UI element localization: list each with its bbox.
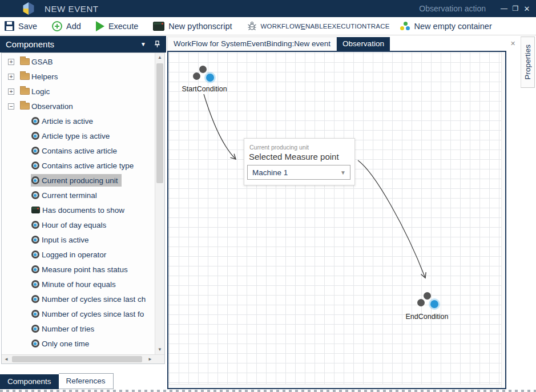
close-icon[interactable]: ✕ [521, 5, 533, 13]
eye-icon [31, 147, 39, 155]
tab-observation[interactable]: Observation [337, 37, 390, 51]
folder-icon [20, 103, 30, 110]
folder-icon [20, 58, 30, 65]
tree-folder-label: Logic [31, 87, 50, 96]
expand-icon[interactable]: + [8, 74, 14, 80]
new-empty-container-button[interactable]: New empty container [400, 22, 492, 31]
eye-icon [31, 265, 39, 273]
expand-icon[interactable]: + [8, 88, 14, 95]
tab-references[interactable]: References [59, 373, 114, 389]
tree-folder-helpers[interactable]: +Helpers [2, 69, 155, 84]
eye-icon [31, 295, 39, 303]
new-empty-container-label: New empty container [414, 22, 492, 31]
tree-item-minute-of-hour-equals[interactable]: Minute of hour equals [2, 277, 155, 292]
window-title: NEW EVENT [45, 4, 99, 14]
scroll-up-icon[interactable]: ▲ [155, 53, 164, 62]
document-close-icon[interactable]: ✕ [510, 40, 515, 47]
tree-item-article-is-active[interactable]: Article is active [2, 114, 155, 128]
eye-icon [31, 191, 39, 199]
eye-icon [31, 310, 39, 318]
minimize-icon[interactable]: — [498, 5, 510, 13]
pin-icon[interactable] [154, 41, 160, 48]
node-endcondition[interactable]: EndCondition [393, 289, 461, 323]
tree-item-article-type-is-active[interactable]: Article type is active [2, 128, 155, 143]
tree-item-label: Contains active article type [42, 161, 134, 170]
save-label: Save [18, 22, 37, 31]
vertical-scrollbar[interactable]: ▲ ▼ [155, 53, 164, 354]
current-producing-unit-popup: Current producing unit Selected Measure … [244, 138, 355, 185]
scroll-down-icon[interactable]: ▼ [155, 345, 164, 354]
tree-item-label: Only one time [42, 340, 89, 348]
tree-item-label: Hour of day equals [42, 221, 106, 229]
workflow-trace-button[interactable]: WORKFLOWENABLEEXECUTIONTRACE [247, 21, 390, 31]
edge-popup-to-end[interactable] [358, 160, 425, 278]
eye-icon [31, 340, 39, 347]
popup-field-label: Selected Measure point [249, 152, 339, 161]
tree-item-measure-point-has-status[interactable]: Measure point has status [2, 262, 155, 277]
tree-item-label: Measure point has status [42, 265, 128, 274]
tab-components[interactable]: Components [0, 374, 59, 389]
vertical-scrollbar-thumb[interactable] [156, 63, 163, 183]
folder-icon [20, 88, 30, 95]
tree-folder-logic[interactable]: +Logic [2, 84, 155, 99]
canvas-hscroll-area[interactable] [168, 384, 501, 388]
tree-item-number-of-cycles-since-last-ch[interactable]: Number of cycles since last ch [2, 292, 155, 306]
canvas-vscroll-area[interactable] [501, 52, 505, 388]
workflow-edges [168, 52, 501, 384]
node-label: EndCondition [393, 313, 461, 321]
expand-icon[interactable]: + [8, 59, 14, 65]
eye-icon [31, 221, 39, 229]
tree-item-hour-of-day-equals[interactable]: Hour of day equals [2, 217, 155, 232]
window-resize-edge [0, 390, 536, 392]
tree-item-label: Article is active [42, 117, 93, 126]
tree-folder-observation[interactable]: −Observation [2, 99, 155, 114]
folder-icon [20, 73, 30, 80]
tree-item-current-producing-unit[interactable]: Current producing unit [2, 173, 155, 188]
tree-item-only-one-time[interactable]: Only one time [2, 336, 155, 351]
tree-folder-label: Helpers [31, 72, 58, 81]
maximize-icon[interactable]: ❐ [510, 5, 521, 13]
horizontal-scrollbar[interactable]: ◄ ► [2, 354, 164, 363]
edge-start-to-popup[interactable] [204, 94, 236, 159]
dropdown-caret-icon: ▼ [340, 169, 346, 176]
eye-icon [31, 176, 39, 184]
tree-item-number-of-cycles-since-last-fo[interactable]: Number of cycles since last fo [2, 306, 155, 321]
execute-button[interactable]: Execute [96, 21, 138, 31]
tree-item-number-of-tries[interactable]: Number of tries [2, 321, 155, 336]
eye-icon [31, 250, 39, 258]
save-button[interactable]: Save [5, 21, 37, 31]
chevron-down-icon[interactable]: ▼ [140, 41, 146, 47]
eye-icon [31, 132, 39, 140]
workflow-canvas[interactable]: StartCondition Current producing unit Se… [167, 51, 506, 389]
node-dot-icon [417, 299, 425, 306]
canvas-grid[interactable]: StartCondition Current producing unit Se… [168, 52, 501, 384]
console-icon [153, 22, 164, 31]
scroll-left-icon[interactable]: ◄ [2, 355, 11, 363]
new-pythonscript-button[interactable]: New pythonscript [153, 22, 232, 31]
tree-item-label: Number of tries [42, 325, 94, 333]
tree-item-contains-active-article-type[interactable]: Contains active article type [2, 158, 155, 173]
tree-item-label: Current producing unit [42, 176, 118, 185]
horizontal-scrollbar-thumb[interactable] [12, 356, 142, 362]
collapse-icon[interactable]: − [8, 103, 14, 110]
tab-workflow[interactable]: WorkFlow for SystemEventBinding:New even… [167, 37, 337, 51]
tree-item-label: Number of cycles since last ch [42, 295, 146, 304]
script-icon [31, 207, 40, 213]
tree-item-has-documents-to-show[interactable]: Has documents to show [2, 203, 155, 217]
tree-item-current-terminal[interactable]: Current terminal [2, 188, 155, 203]
tree-folder-gsab[interactable]: +GSAB [2, 54, 155, 69]
tree-item-label: Logged in operator [42, 250, 106, 259]
tree-item-label: Current terminal [42, 191, 97, 200]
tree-folder-label: GSAB [31, 58, 53, 66]
tree-item-logged-in-operator[interactable]: Logged in operator [2, 247, 155, 262]
context-label: Observation action [419, 4, 486, 13]
add-button[interactable]: Add [52, 21, 81, 31]
container-dots-icon [400, 22, 410, 31]
tab-properties[interactable]: Properties [521, 37, 535, 88]
node-startcondition[interactable]: StartCondition [170, 62, 239, 96]
tree-item-contains-active-article[interactable]: Contains active article [2, 143, 155, 158]
tree-item-input-is-active[interactable]: Input is active [2, 232, 155, 247]
measure-point-dropdown[interactable]: Machine 1 ▼ [247, 165, 350, 180]
scroll-right-icon[interactable]: ► [146, 355, 155, 363]
components-panel-header: Components ▼ [0, 36, 166, 52]
